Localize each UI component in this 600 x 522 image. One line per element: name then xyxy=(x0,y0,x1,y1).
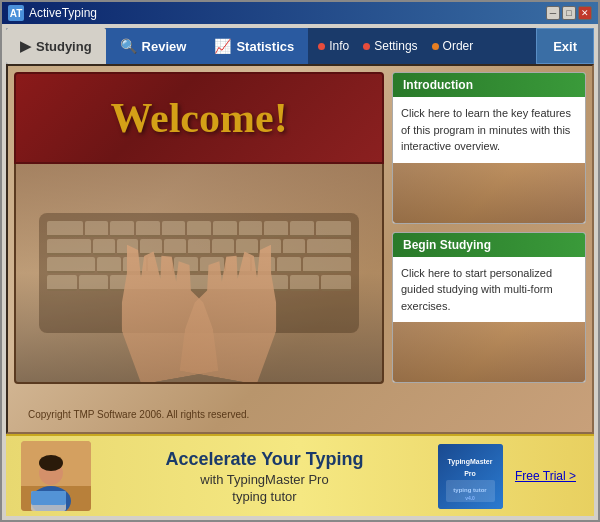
statistics-icon: 📈 xyxy=(214,38,231,54)
tab-statistics-label: Statistics xyxy=(236,39,294,54)
banner-product: typing tutor xyxy=(232,489,296,504)
app-icon: AT xyxy=(8,5,24,21)
begin-studying-body: Click here to start personalized guided … xyxy=(393,257,585,323)
introduction-body: Click here to learn the key features of … xyxy=(393,97,585,163)
tab-statistics[interactable]: 📈 Statistics xyxy=(200,28,308,64)
close-button[interactable]: ✕ xyxy=(578,6,592,20)
settings-dot xyxy=(363,43,370,50)
nav-link-order[interactable]: Order xyxy=(432,39,474,53)
banner-person-image xyxy=(21,441,91,511)
minimize-button[interactable]: ─ xyxy=(546,6,560,20)
banner-text: Accelerate Your Typing with TypingMaster… xyxy=(103,449,426,504)
title-bar: AT ActiveTyping ─ □ ✕ xyxy=(2,2,598,24)
window-controls: ─ □ ✕ xyxy=(546,6,592,20)
nav-links: Info Settings Order xyxy=(308,28,536,64)
order-label: Order xyxy=(443,39,474,53)
banner-trial-section: Free Trial > xyxy=(515,469,579,483)
info-dot xyxy=(318,43,325,50)
title-bar-left: AT ActiveTyping xyxy=(8,5,97,21)
tab-studying-label: Studying xyxy=(36,39,92,54)
right-panels: Introduction Click here to learn the key… xyxy=(392,72,586,426)
tab-review-label: Review xyxy=(142,39,187,54)
nav-link-info[interactable]: Info xyxy=(318,39,349,53)
svg-text:v4.0: v4.0 xyxy=(465,495,475,501)
welcome-section: Welcome! xyxy=(14,72,384,426)
product-box: TypingMaster Pro typing tutor v4.0 xyxy=(438,444,503,509)
tab-studying[interactable]: ▶ Studying xyxy=(6,28,106,64)
nav-link-settings[interactable]: Settings xyxy=(363,39,417,53)
info-label: Info xyxy=(329,39,349,53)
person-svg xyxy=(21,441,91,511)
free-trial-label: Free Trial > xyxy=(515,469,576,483)
introduction-header: Introduction xyxy=(393,73,585,97)
app-window: AT ActiveTyping ─ □ ✕ ▶ Studying 🔍 Revie… xyxy=(0,0,600,522)
window-title: ActiveTyping xyxy=(29,6,97,20)
content-area: Welcome! xyxy=(6,64,594,434)
maximize-button[interactable]: □ xyxy=(562,6,576,20)
banner-headline: Accelerate Your Typing xyxy=(165,449,363,470)
svg-rect-6 xyxy=(31,491,66,505)
order-dot xyxy=(432,43,439,50)
free-trial-link[interactable]: Free Trial > xyxy=(515,469,579,483)
welcome-text: Welcome! xyxy=(110,95,287,141)
banner-sub: with TypingMaster Pro xyxy=(200,472,328,487)
introduction-image-overlay xyxy=(393,163,585,223)
main-content: ▶ Studying 🔍 Review 📈 Statistics Info Se… xyxy=(2,24,598,520)
begin-studying-image-overlay xyxy=(393,322,585,382)
review-icon: 🔍 xyxy=(120,38,137,54)
keyboard-image xyxy=(14,164,384,384)
svg-text:Pro: Pro xyxy=(464,470,476,477)
begin-studying-header: Begin Studying xyxy=(393,233,585,257)
studying-icon: ▶ xyxy=(20,38,31,54)
svg-text:typing tutor: typing tutor xyxy=(453,487,487,493)
begin-studying-panel[interactable]: Begin Studying Click here to start perso… xyxy=(392,232,586,384)
introduction-image xyxy=(393,163,585,223)
exit-button[interactable]: Exit xyxy=(536,28,594,64)
nav-bar: ▶ Studying 🔍 Review 📈 Statistics Info Se… xyxy=(6,28,594,64)
introduction-panel[interactable]: Introduction Click here to learn the key… xyxy=(392,72,586,224)
tab-review[interactable]: 🔍 Review xyxy=(106,28,201,64)
settings-label: Settings xyxy=(374,39,417,53)
svg-text:TypingMaster: TypingMaster xyxy=(447,458,492,466)
begin-studying-image xyxy=(393,322,585,382)
bottom-banner: Accelerate Your Typing with TypingMaster… xyxy=(6,434,594,516)
copyright-text: Copyright TMP Software 2006. All rights … xyxy=(28,409,249,420)
product-box-svg: TypingMaster Pro typing tutor v4.0 xyxy=(438,444,503,509)
svg-point-4 xyxy=(39,455,63,471)
hands-overlay xyxy=(16,164,382,382)
welcome-banner: Welcome! xyxy=(14,72,384,164)
